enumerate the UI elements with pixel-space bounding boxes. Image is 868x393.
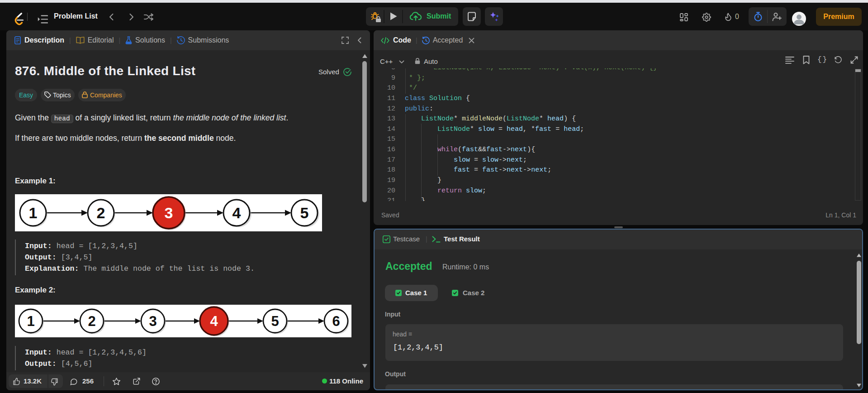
svg-text:4: 4 (232, 204, 241, 221)
svg-text:3: 3 (149, 313, 157, 329)
svg-text:2: 2 (97, 204, 105, 221)
svg-text:4: 4 (210, 313, 218, 329)
svg-text:5: 5 (300, 204, 309, 221)
svg-text:2: 2 (88, 313, 95, 329)
svg-text:5: 5 (271, 313, 279, 329)
svg-text:6: 6 (332, 313, 340, 329)
svg-text:1: 1 (27, 313, 34, 329)
svg-text:1: 1 (29, 204, 38, 221)
svg-text:3: 3 (165, 204, 173, 221)
